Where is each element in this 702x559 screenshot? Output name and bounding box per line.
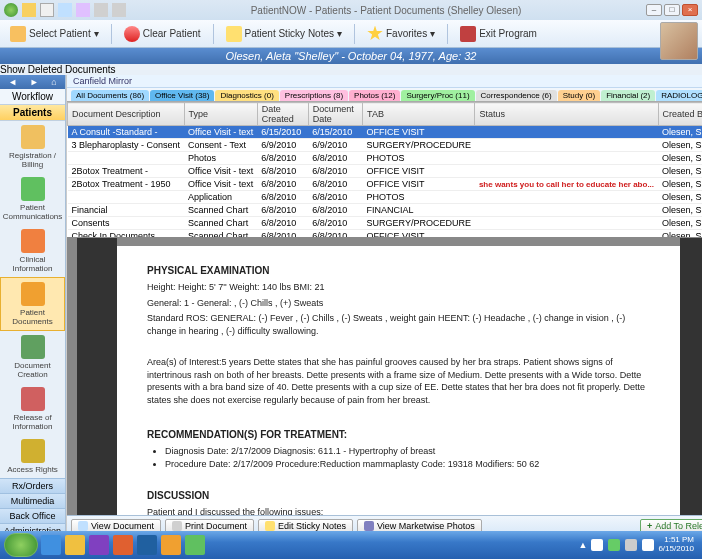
document-preview[interactable]: PHYSICAL EXAMINATION Height: Height: 5' … xyxy=(67,238,702,515)
tray-icon[interactable] xyxy=(608,539,620,551)
content-area: Canfield Mirror All Documents (86)Office… xyxy=(66,75,702,535)
column-header[interactable]: Status xyxy=(475,103,658,126)
document-grid[interactable]: Document DescriptionTypeDate CreatedDocu… xyxy=(67,102,702,238)
taskbar-clock[interactable]: 1:51 PM6/15/2010 xyxy=(658,536,698,554)
nav-item-access-rights[interactable]: Access Rights xyxy=(0,435,65,478)
qat-icon[interactable] xyxy=(40,3,54,17)
tab-correspondence[interactable]: Correspondence (6) xyxy=(476,90,557,101)
nav-item-patient-documents[interactable]: Patient Documents xyxy=(0,277,65,331)
taskbar-app-icon[interactable] xyxy=(137,535,157,555)
nav-back-icon[interactable]: ◄ xyxy=(8,77,17,87)
patient-avatar[interactable] xyxy=(660,22,698,60)
taskbar-app-icon[interactable] xyxy=(185,535,205,555)
tab-study[interactable]: Study (0) xyxy=(558,90,600,101)
tab-photos[interactable]: Photos (12) xyxy=(349,90,400,101)
column-header[interactable]: Created By xyxy=(658,103,702,126)
tray-icon[interactable]: ▲ xyxy=(578,540,587,550)
taskbar-app-icon[interactable] xyxy=(89,535,109,555)
sticky-notes-button[interactable]: Patient Sticky Notes ▾ xyxy=(220,24,348,44)
clear-patient-button[interactable]: Clear Patient xyxy=(118,24,207,44)
person-icon xyxy=(10,26,26,42)
tray-icon[interactable] xyxy=(591,539,603,551)
nav-home-icon[interactable]: ⌂ xyxy=(51,77,56,87)
nav-icon xyxy=(21,177,45,201)
nav-item-document-creation[interactable]: Document Creation xyxy=(0,331,65,383)
qat-icon[interactable] xyxy=(76,3,90,17)
select-patient-button[interactable]: Select Patient ▾ xyxy=(4,24,105,44)
main-toolbar: Select Patient ▾ Clear Patient Patient S… xyxy=(0,20,702,48)
minimize-button[interactable]: – xyxy=(646,4,662,16)
table-row[interactable]: FinancialScanned Chart6/8/20106/8/2010FI… xyxy=(68,204,702,217)
nav-bottom-rx-orders[interactable]: Rx/Orders xyxy=(0,478,65,493)
tab-office[interactable]: Office Visit (38) xyxy=(150,90,214,101)
nav-item-registration-billing[interactable]: Registration / Billing xyxy=(0,121,65,173)
taskbar-app-icon[interactable] xyxy=(161,535,181,555)
close-button[interactable]: × xyxy=(682,4,698,16)
qat-icon[interactable] xyxy=(4,3,18,17)
taskbar-app-icon[interactable] xyxy=(113,535,133,555)
note-icon xyxy=(226,26,242,42)
print-icon xyxy=(172,521,182,531)
patient-info-text: Olesen, Aleta "Shelley" - October 04, 19… xyxy=(8,50,694,62)
nav-item-patient-communications[interactable]: Patient Communications xyxy=(0,173,65,225)
column-header[interactable]: Type xyxy=(184,103,257,126)
note-icon xyxy=(265,521,275,531)
nav-section-patients[interactable]: Patients xyxy=(0,105,65,121)
heading-recommendations: RECOMMENDATION(S) FOR TREATMENT: xyxy=(147,428,650,442)
doc-icon xyxy=(78,521,88,531)
tab-surgery/proc[interactable]: Surgery/Proc (11) xyxy=(401,90,474,101)
table-row[interactable]: 2Botox Treatment -Office Visit - text6/8… xyxy=(68,165,702,178)
taskbar-ie-icon[interactable] xyxy=(41,535,61,555)
nav-icon xyxy=(21,229,45,253)
tab-all[interactable]: All Documents (86) xyxy=(71,90,149,101)
table-row[interactable]: A Consult -Standard -Office Visit - text… xyxy=(68,126,702,139)
qat-icon[interactable] xyxy=(58,3,72,17)
nav-icon xyxy=(21,387,45,411)
show-deleted-link[interactable]: Show Deleted Documents xyxy=(0,64,702,75)
heading-discussion: DISCUSSION xyxy=(147,489,650,503)
star-icon xyxy=(367,26,383,42)
table-row[interactable]: Check In DocumentsScanned Chart6/8/20106… xyxy=(68,230,702,239)
column-header[interactable]: Document Date xyxy=(308,103,362,126)
tray-icon[interactable] xyxy=(625,539,637,551)
nav-fwd-icon[interactable]: ► xyxy=(30,77,39,87)
document-tabs: All Documents (86)Office Visit (38)Diagn… xyxy=(67,88,702,102)
tab-radiology[interactable]: RADIOLOGY (6) xyxy=(656,90,702,101)
quick-access-toolbar xyxy=(4,3,126,17)
nav-icon xyxy=(21,125,45,149)
column-header[interactable]: Date Created xyxy=(257,103,308,126)
tab-diagnostics[interactable]: Diagnostics (0) xyxy=(215,90,278,101)
nav-item-clinical-information[interactable]: Clinical Information xyxy=(0,225,65,277)
table-row[interactable]: ConsentsScanned Chart6/8/20106/8/2010SUR… xyxy=(68,217,702,230)
system-tray[interactable]: ▲ 1:51 PM6/15/2010 xyxy=(578,536,698,554)
nav-section-workflow[interactable]: Workflow xyxy=(0,89,65,105)
column-header[interactable]: Document Description xyxy=(68,103,185,126)
subheader: Canfield Mirror xyxy=(67,75,702,88)
left-navigation: ◄►⌂ Workflow Patients Registration / Bil… xyxy=(0,75,66,535)
nav-bottom-back-office[interactable]: Back Office xyxy=(0,508,65,523)
plus-icon: + xyxy=(647,521,652,531)
qat-icon[interactable] xyxy=(112,3,126,17)
column-header[interactable]: TAB xyxy=(363,103,475,126)
table-row[interactable]: 2Botox Treatment - 1950Office Visit - te… xyxy=(68,178,702,191)
heading-physical-exam: PHYSICAL EXAMINATION xyxy=(147,264,650,278)
start-button[interactable] xyxy=(4,533,38,557)
favorites-button[interactable]: Favorites ▾ xyxy=(361,24,441,44)
tab-prescriptions[interactable]: Prescriptions (8) xyxy=(280,90,348,101)
table-row[interactable]: 3 Blepharoplasty - ConsentConsent - Text… xyxy=(68,139,702,152)
exit-program-button[interactable]: Exit Program xyxy=(454,24,543,44)
qat-icon[interactable] xyxy=(94,3,108,17)
tray-volume-icon[interactable] xyxy=(642,539,654,551)
title-bar: PatientNOW - Patients - Patient Document… xyxy=(0,0,702,20)
qat-icon[interactable] xyxy=(22,3,36,17)
windows-taskbar[interactable]: ▲ 1:51 PM6/15/2010 xyxy=(0,531,702,559)
nav-icon xyxy=(21,335,45,359)
maximize-button[interactable]: □ xyxy=(664,4,680,16)
nav-item-release-of-information[interactable]: Release of Information xyxy=(0,383,65,435)
tab-financial[interactable]: Financial (2) xyxy=(601,90,655,101)
table-row[interactable]: Photos6/8/20106/8/2010PHOTOSOlesen, Shel… xyxy=(68,152,702,165)
nav-bottom-multimedia[interactable]: Multimedia xyxy=(0,493,65,508)
nav-icon xyxy=(21,439,45,463)
taskbar-explorer-icon[interactable] xyxy=(65,535,85,555)
table-row[interactable]: Application6/8/20106/8/2010PHOTOSOlesen,… xyxy=(68,191,702,204)
